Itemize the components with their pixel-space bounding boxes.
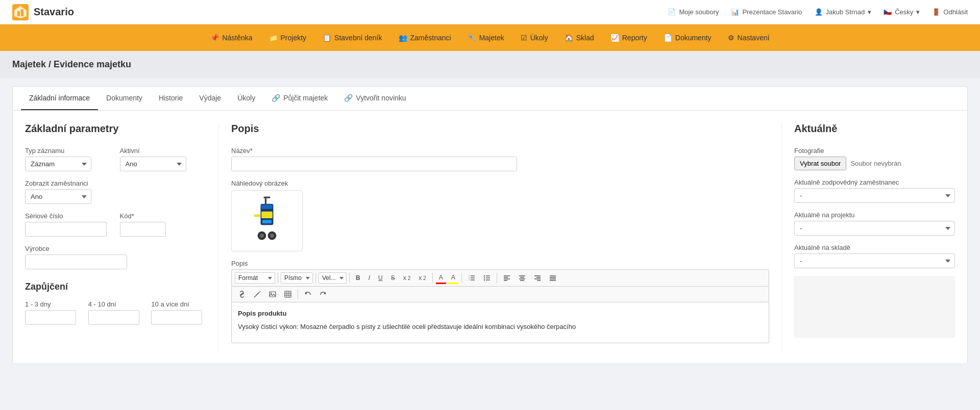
nav-majetek[interactable]: 🔧 Majetek — [468, 34, 504, 42]
section-title-popis: Popis — [231, 123, 769, 135]
svg-rect-13 — [261, 212, 273, 218]
input-vyrobce[interactable]: Bosch — [25, 254, 127, 269]
tab-vydaje[interactable]: Výdaje — [191, 87, 229, 110]
form-group-zapujceni-1-3: 1 - 3 dny 300 — [25, 300, 80, 325]
toolbar-strikethrough-btn[interactable]: S — [387, 272, 399, 284]
svg-point-8 — [270, 234, 274, 238]
toolbar-subscript-btn[interactable]: x2 — [400, 272, 414, 284]
tab-historie[interactable]: Historie — [151, 87, 191, 110]
svg-point-24 — [484, 275, 485, 276]
toolbar-ordered-list-btn[interactable]: 1.2.3. — [464, 272, 479, 284]
wrench-icon: 🔧 — [468, 34, 476, 42]
content-area: Základní informace Dokumenty Historie Vý… — [12, 86, 968, 364]
input-nazev[interactable]: Bosch Vysokotlaký čistič GHP 5-75 X Prof… — [231, 157, 517, 171]
label-fotografie: Fotografie — [794, 147, 955, 155]
toolbar-align-center-btn[interactable] — [515, 272, 529, 284]
toolbar-undo-btn[interactable] — [301, 289, 315, 300]
nav-stavebni-denik[interactable]: 📋 Stavební deník — [323, 34, 382, 42]
label-na-sklade: Aktuálně na skladě — [794, 244, 955, 251]
tab-ukoly[interactable]: Úkoly — [229, 87, 263, 110]
form-group-fotografie: Fotografie Vybrat soubor Soubor nevybrán — [794, 147, 955, 170]
select-na-sklade[interactable]: - — [794, 253, 955, 268]
input-seriove-cislo[interactable]: 54054540 — [25, 222, 107, 237]
toolbar-underline-btn[interactable]: U — [375, 272, 386, 284]
logo-text: Stavario — [34, 6, 74, 18]
input-kod[interactable]: 009 — [120, 222, 166, 237]
tab-pujcit-majetek[interactable]: 🔗 Půjčit majetek — [263, 87, 336, 110]
editor-heading: Popis produktu — [238, 309, 763, 319]
top-nav-presentation[interactable]: 📊 Prezentace Stavario — [731, 8, 802, 16]
zapujceni-title: Zapůjčení — [25, 281, 206, 292]
form-group-typ-zaznamu: Typ záznamu Záznam — [25, 147, 112, 171]
toolbar-superscript-btn[interactable]: x2 — [415, 272, 430, 284]
chevron-down-icon: ▾ — [868, 8, 871, 16]
checkbox-icon: ☑ — [521, 34, 527, 42]
toolbar-align-justify-btn[interactable] — [546, 272, 560, 284]
file-area: Vybrat soubor Soubor nevybrán — [794, 157, 955, 170]
nav-ukoly[interactable]: ☑ Úkoly — [521, 34, 548, 42]
toolbar-italic-btn[interactable]: I — [365, 272, 374, 284]
file-name-text: Soubor nevybrán — [850, 160, 901, 167]
label-kod: Kód* — [120, 212, 207, 220]
top-header: Stavario 📄 Moje soubory 📊 Prezentace Sta… — [0, 0, 980, 24]
toolbar-align-left-btn[interactable] — [500, 272, 514, 284]
toolbar-align-right-btn[interactable] — [530, 272, 545, 284]
nav-projekty[interactable]: 📁 Projekty — [269, 34, 307, 42]
toolbar-font-color-btn[interactable]: A — [435, 272, 447, 284]
svg-rect-14 — [262, 220, 272, 223]
toolbar-image-btn[interactable] — [265, 289, 280, 300]
toolbar-highlight-btn[interactable]: A — [448, 272, 459, 284]
nav-nastaveni[interactable]: ⚙ Nastavení — [728, 34, 770, 42]
input-zapujceni-1-3[interactable]: 300 — [25, 310, 76, 325]
breadcrumb: Majetek / Evidence majetku — [12, 59, 131, 69]
select-typ-zaznamu[interactable]: Záznam — [25, 157, 91, 171]
toolbar-table-btn[interactable] — [281, 289, 295, 300]
toolbar-format-select[interactable]: Formát Nadpis 1 Nadpis 2 Odstavec — [235, 272, 275, 284]
select-aktivni[interactable]: Ano — [120, 157, 186, 171]
vybrat-soubor-button[interactable]: Vybrat soubor — [794, 157, 846, 170]
form-group-popis-editor: Popis Formát Nadpis 1 Nadpis 2 Odstavec — [231, 260, 769, 343]
tab-dokumenty[interactable]: Dokumenty — [98, 87, 151, 110]
label-aktivni: Aktivní — [120, 147, 207, 155]
nav-reporty[interactable]: 📈 Reporty — [610, 34, 647, 42]
toolbar-sep-4 — [432, 273, 433, 283]
input-zapujceni-10-plus[interactable]: 100 — [151, 310, 202, 325]
section-title-aktualne: Aktuálně — [794, 123, 955, 135]
input-zapujceni-4-10[interactable]: 200 — [88, 310, 139, 325]
file-icon: 📄 — [668, 8, 676, 16]
chevron-down-icon-lang: ▾ — [916, 8, 920, 16]
label-vyrobce: Výrobce — [25, 245, 206, 252]
select-zodpovednik[interactable]: - — [794, 188, 955, 203]
top-nav-my-files[interactable]: 📄 Moje soubory — [668, 8, 719, 16]
top-nav-user[interactable]: 👤 Jakub Strnad ▾ — [815, 8, 872, 16]
select-zobrazit-zamestnanci[interactable]: Ano — [25, 189, 91, 204]
toolbar-unordered-list-btn[interactable] — [480, 272, 494, 284]
top-nav-language[interactable]: 🇨🇿 Česky ▾ — [884, 8, 920, 16]
rich-editor-body[interactable]: Popis produktu Vysoký čisticí výkon: Mos… — [231, 302, 769, 343]
label-zapujceni-4-10: 4 - 10 dní — [88, 300, 143, 308]
folder-icon: 📁 — [269, 34, 278, 42]
toolbar-unlink-btn[interactable] — [250, 289, 264, 300]
nav-nastenka[interactable]: 📌 Nástěnka — [210, 34, 252, 42]
toolbar-size-select[interactable]: Vel... 8101214 — [318, 272, 347, 284]
svg-rect-3 — [21, 9, 23, 16]
toolbar-font-group: Písmo — [281, 272, 313, 284]
tab-vytvorit-novinku[interactable]: 🔗 Vytvořit novinku — [336, 87, 414, 110]
select-na-projektu[interactable]: - — [794, 221, 955, 236]
toolbar-redo-btn[interactable] — [316, 289, 330, 300]
nav-sklad[interactable]: 🏠 Sklad — [565, 34, 594, 42]
section-title-parametry: Základní parametry — [25, 123, 206, 135]
toolbar-link-btn[interactable] — [235, 289, 249, 300]
form-group-na-projektu: Aktuálně na projektu - — [794, 211, 955, 236]
nav-dokumenty[interactable]: 📄 Dokumenty — [664, 34, 712, 42]
label-popis: Popis — [231, 260, 769, 267]
top-nav-logout[interactable]: 🚪 Odhlásit — [932, 8, 968, 16]
form-group-zapujceni-10-plus: 10 a více dní 100 — [151, 300, 206, 325]
nav-zamestnanci[interactable]: 👥 Zaměstnanci — [399, 34, 451, 42]
toolbar-font-select[interactable]: Písmo — [281, 272, 313, 284]
document-icon: 📄 — [664, 34, 672, 42]
tab-zakladni-informace[interactable]: Základní informace — [21, 87, 98, 110]
clipboard-icon: 📋 — [323, 34, 331, 42]
toolbar-bold-btn[interactable]: B — [352, 272, 364, 284]
top-nav: 📄 Moje soubory 📊 Prezentace Stavario 👤 J… — [668, 8, 968, 16]
